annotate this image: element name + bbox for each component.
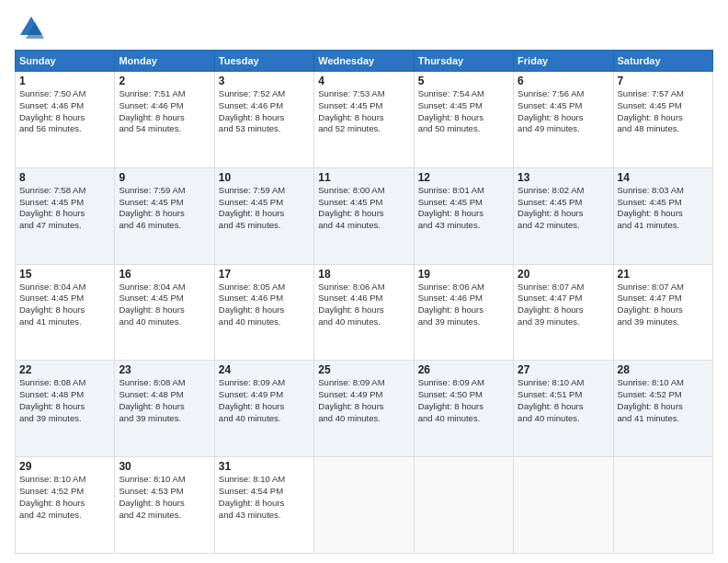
calendar-cell: 20Sunrise: 8:07 AMSunset: 4:47 PMDayligh… (514, 264, 613, 361)
day-number: 1 (19, 75, 110, 87)
day-detail: Sunrise: 8:09 AMSunset: 4:50 PMDaylight:… (418, 377, 509, 424)
calendar-cell: 25Sunrise: 8:09 AMSunset: 4:49 PMDayligh… (314, 361, 414, 457)
calendar-cell: 2Sunrise: 7:51 AMSunset: 4:46 PMDaylight… (115, 72, 214, 168)
day-detail: Sunrise: 7:59 AMSunset: 4:45 PMDaylight:… (219, 185, 310, 232)
day-detail: Sunrise: 8:10 AMSunset: 4:52 PMDaylight:… (19, 474, 110, 521)
day-number: 10 (219, 171, 310, 184)
day-detail: Sunrise: 8:04 AMSunset: 4:45 PMDaylight:… (119, 282, 210, 328)
calendar-cell: 27Sunrise: 8:10 AMSunset: 4:51 PMDayligh… (514, 361, 613, 457)
day-detail: Sunrise: 7:52 AMSunset: 4:46 PMDaylight:… (219, 88, 310, 135)
day-detail: Sunrise: 8:10 AMSunset: 4:52 PMDaylight:… (618, 377, 709, 424)
calendar-cell (514, 457, 613, 554)
header-day-sunday: Sunday (16, 51, 115, 72)
day-number: 13 (518, 171, 609, 184)
day-detail: Sunrise: 8:10 AMSunset: 4:53 PMDaylight:… (119, 474, 210, 521)
day-detail: Sunrise: 7:58 AMSunset: 4:45 PMDaylight:… (19, 185, 110, 232)
calendar-header: SundayMondayTuesdayWednesdayThursdayFrid… (16, 51, 713, 72)
day-number: 23 (119, 363, 210, 376)
calendar-cell: 18Sunrise: 8:06 AMSunset: 4:46 PMDayligh… (314, 264, 414, 361)
day-detail: Sunrise: 7:54 AMSunset: 4:45 PMDaylight:… (418, 88, 509, 135)
day-detail: Sunrise: 8:07 AMSunset: 4:47 PMDaylight:… (618, 282, 709, 328)
header-day-saturday: Saturday (613, 51, 712, 72)
week-row-2: 8Sunrise: 7:58 AMSunset: 4:45 PMDaylight… (16, 167, 713, 264)
day-number: 15 (19, 268, 110, 281)
day-detail: Sunrise: 8:07 AMSunset: 4:47 PMDaylight:… (518, 282, 609, 328)
day-number: 18 (318, 268, 409, 281)
day-number: 25 (318, 363, 409, 376)
calendar-cell (613, 457, 712, 554)
day-number: 12 (418, 171, 509, 184)
day-detail: Sunrise: 7:50 AMSunset: 4:46 PMDaylight:… (19, 88, 110, 135)
calendar-cell: 19Sunrise: 8:06 AMSunset: 4:46 PMDayligh… (414, 264, 513, 361)
day-number: 8 (19, 171, 110, 184)
calendar-cell: 5Sunrise: 7:54 AMSunset: 4:45 PMDaylight… (414, 72, 513, 168)
calendar-cell: 9Sunrise: 7:59 AMSunset: 4:45 PMDaylight… (115, 167, 214, 264)
day-number: 4 (318, 75, 409, 87)
day-number: 20 (518, 268, 609, 281)
week-row-5: 29Sunrise: 8:10 AMSunset: 4:52 PMDayligh… (16, 457, 713, 554)
calendar-cell: 31Sunrise: 8:10 AMSunset: 4:54 PMDayligh… (214, 457, 313, 554)
day-detail: Sunrise: 7:51 AMSunset: 4:46 PMDaylight:… (119, 88, 210, 135)
day-number: 26 (418, 363, 509, 376)
day-detail: Sunrise: 8:08 AMSunset: 4:48 PMDaylight:… (119, 377, 210, 424)
calendar-cell: 13Sunrise: 8:02 AMSunset: 4:45 PMDayligh… (514, 167, 613, 264)
header-day-thursday: Thursday (414, 51, 513, 72)
day-detail: Sunrise: 7:59 AMSunset: 4:45 PMDaylight:… (119, 185, 210, 232)
day-detail: Sunrise: 8:03 AMSunset: 4:45 PMDaylight:… (618, 185, 709, 232)
calendar-cell: 11Sunrise: 8:00 AMSunset: 4:45 PMDayligh… (314, 167, 414, 264)
calendar-cell: 26Sunrise: 8:09 AMSunset: 4:50 PMDayligh… (414, 361, 513, 457)
header-day-wednesday: Wednesday (314, 51, 414, 72)
calendar-cell: 29Sunrise: 8:10 AMSunset: 4:52 PMDayligh… (16, 457, 115, 554)
calendar-cell: 12Sunrise: 8:01 AMSunset: 4:45 PMDayligh… (414, 167, 513, 264)
day-detail: Sunrise: 8:01 AMSunset: 4:45 PMDaylight:… (418, 185, 509, 232)
day-detail: Sunrise: 8:05 AMSunset: 4:46 PMDaylight:… (219, 282, 310, 328)
calendar-cell: 23Sunrise: 8:08 AMSunset: 4:48 PMDayligh… (115, 361, 214, 457)
day-detail: Sunrise: 7:57 AMSunset: 4:45 PMDaylight:… (618, 88, 709, 135)
day-detail: Sunrise: 8:08 AMSunset: 4:48 PMDaylight:… (19, 377, 110, 424)
calendar-cell (314, 457, 414, 554)
day-detail: Sunrise: 8:00 AMSunset: 4:45 PMDaylight:… (318, 185, 409, 232)
calendar-cell: 3Sunrise: 7:52 AMSunset: 4:46 PMDaylight… (214, 72, 313, 168)
calendar-cell: 16Sunrise: 8:04 AMSunset: 4:45 PMDayligh… (115, 264, 214, 361)
day-detail: Sunrise: 8:02 AMSunset: 4:45 PMDaylight:… (518, 185, 609, 232)
day-number: 22 (19, 363, 110, 376)
day-detail: Sunrise: 8:09 AMSunset: 4:49 PMDaylight:… (219, 377, 310, 424)
calendar-cell (414, 457, 513, 554)
week-row-3: 15Sunrise: 8:04 AMSunset: 4:45 PMDayligh… (16, 264, 713, 361)
day-number: 2 (119, 75, 210, 87)
day-number: 29 (19, 460, 110, 473)
page: SundayMondayTuesdayWednesdayThursdayFrid… (0, 0, 728, 563)
calendar-cell: 6Sunrise: 7:56 AMSunset: 4:45 PMDaylight… (514, 72, 613, 168)
calendar-cell: 22Sunrise: 8:08 AMSunset: 4:48 PMDayligh… (16, 361, 115, 457)
calendar-cell: 10Sunrise: 7:59 AMSunset: 4:45 PMDayligh… (214, 167, 313, 264)
calendar-cell: 7Sunrise: 7:57 AMSunset: 4:45 PMDaylight… (613, 72, 712, 168)
calendar-cell: 4Sunrise: 7:53 AMSunset: 4:45 PMDaylight… (314, 72, 414, 168)
calendar-cell: 21Sunrise: 8:07 AMSunset: 4:47 PMDayligh… (613, 264, 712, 361)
header-day-tuesday: Tuesday (214, 51, 313, 72)
day-detail: Sunrise: 8:06 AMSunset: 4:46 PMDaylight:… (418, 282, 509, 328)
week-row-4: 22Sunrise: 8:08 AMSunset: 4:48 PMDayligh… (16, 361, 713, 457)
header-day-monday: Monday (115, 51, 214, 72)
day-number: 31 (219, 460, 310, 473)
day-detail: Sunrise: 8:10 AMSunset: 4:54 PMDaylight:… (219, 474, 310, 521)
day-number: 7 (618, 75, 709, 87)
day-number: 27 (518, 363, 609, 376)
day-number: 14 (618, 171, 709, 184)
header-day-friday: Friday (514, 51, 613, 72)
day-number: 6 (518, 75, 609, 87)
day-number: 9 (119, 171, 210, 184)
day-detail: Sunrise: 8:09 AMSunset: 4:49 PMDaylight:… (318, 377, 409, 424)
header (15, 15, 713, 40)
day-number: 16 (119, 268, 210, 281)
day-number: 3 (219, 75, 310, 87)
calendar-cell: 28Sunrise: 8:10 AMSunset: 4:52 PMDayligh… (613, 361, 712, 457)
calendar: SundayMondayTuesdayWednesdayThursdayFrid… (15, 50, 713, 554)
calendar-cell: 24Sunrise: 8:09 AMSunset: 4:49 PMDayligh… (214, 361, 313, 457)
day-detail: Sunrise: 8:04 AMSunset: 4:45 PMDaylight:… (19, 282, 110, 328)
day-number: 11 (318, 171, 409, 184)
calendar-body: 1Sunrise: 7:50 AMSunset: 4:46 PMDaylight… (16, 72, 713, 554)
day-number: 28 (618, 363, 709, 376)
day-detail: Sunrise: 7:53 AMSunset: 4:45 PMDaylight:… (318, 88, 409, 135)
day-detail: Sunrise: 8:06 AMSunset: 4:46 PMDaylight:… (318, 282, 409, 328)
calendar-cell: 30Sunrise: 8:10 AMSunset: 4:53 PMDayligh… (115, 457, 214, 554)
